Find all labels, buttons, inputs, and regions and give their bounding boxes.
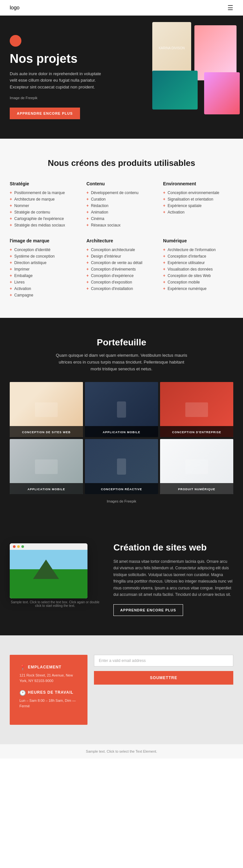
portfolio-icon-2 xyxy=(185,402,208,417)
logo: logo xyxy=(10,5,20,11)
list-item: Cinéma xyxy=(87,215,157,222)
list-item: Design d'intérieur xyxy=(87,253,157,259)
hero-description: Duis aute irure dolor in reprehenderit i… xyxy=(10,71,107,91)
list-item: Stratégie de contenu xyxy=(10,209,80,215)
service-col-4: ArchitectureConception architecturaleDes… xyxy=(87,238,157,299)
service-heading-2: Environnement xyxy=(163,181,233,186)
contact-form: SOUMETTRE xyxy=(94,655,233,685)
portfolio-label: APPLICATION MOBILE xyxy=(103,431,140,434)
service-list-1: Développement de contenuCurationRédactio… xyxy=(87,190,157,228)
service-list-3: Conception d'identitéSystème de concepti… xyxy=(10,247,80,299)
services-section: Nous créons des produits utilisables Str… xyxy=(0,139,243,318)
portfolio-icon-1 xyxy=(117,401,126,417)
list-item: Animation xyxy=(87,209,157,215)
hero-title: Nos projets xyxy=(10,52,133,66)
portfolio-label: CONCEPTION RÉACTIVE xyxy=(101,488,142,491)
portfolio-section: Portefeuille Quam quisque id diam vel qu… xyxy=(0,318,243,523)
portfolio-overlay-2: CONCEPTION D'ENTREPRISE xyxy=(160,426,233,437)
list-item: Architecture de marque xyxy=(10,196,80,203)
list-item: Réseaux sociaux xyxy=(87,222,157,228)
hamburger-icon[interactable]: ☰ xyxy=(227,4,233,12)
mockup-content: Création de sites web Sit amet massa vit… xyxy=(113,542,233,616)
list-item: Expérience numérique xyxy=(163,285,233,292)
service-list-4: Conception architecturaleDesign d'intéri… xyxy=(87,247,157,292)
service-heading-1: Contenu xyxy=(87,181,157,186)
portfolio-label: APPLICATION MOBILE xyxy=(28,488,65,491)
service-col-0: StratégiePositionnement de la marqueArch… xyxy=(10,181,80,228)
service-list-2: Conception environnementaleSignalisation… xyxy=(163,190,233,215)
portfolio-item-1[interactable]: APPLICATION MOBILE xyxy=(85,382,158,437)
list-item: Cartographie de l'expérience xyxy=(10,215,80,222)
mockup-visual: Sample text. Click to select the text bo… xyxy=(10,544,100,615)
service-heading-0: Stratégie xyxy=(10,181,80,186)
portfolio-icon-3 xyxy=(35,459,58,474)
list-item: Activation xyxy=(10,285,80,292)
mockup-learn-more-button[interactable]: APPRENDRE ENCORE PLUS xyxy=(113,604,183,616)
contact-info: 📍 EMPLACEMENT 121 Rock Street, 21 Avenue… xyxy=(10,655,88,725)
mockup-sample-text: Sample text. Click to select the text bo… xyxy=(10,600,100,608)
list-item: Conception environnementale xyxy=(163,190,233,196)
contact-hours-value: Lun – Sam 8:00 – 18h Sam, Dim — Fermé xyxy=(20,698,78,709)
portfolio-item-4[interactable]: CONCEPTION RÉACTIVE xyxy=(85,439,158,494)
list-item: Conception d'exposition xyxy=(87,279,157,285)
hero-card-1: KARINA DIVISON xyxy=(152,22,191,74)
browser-bar xyxy=(10,544,88,550)
mockup-title: Création de sites web xyxy=(113,542,233,553)
hero-learn-more-button[interactable]: APPRENDRE ENCORE PLUS xyxy=(10,107,80,119)
list-item: Architecture de l'information xyxy=(163,247,233,253)
service-heading-5: Numérique xyxy=(163,238,233,243)
hero-card-4 xyxy=(204,72,240,114)
portfolio-label: CONCEPTION D'ENTREPRISE xyxy=(172,431,221,434)
mockup-description: Sit amet massa vitae tortor condimentum … xyxy=(113,558,233,598)
portfolio-credit: Images de Freepik xyxy=(10,499,233,503)
mockup-section: Sample text. Click to select the text bo… xyxy=(0,523,243,636)
list-item: Conception d'identité xyxy=(10,247,80,253)
portfolio-item-5[interactable]: PRODUIT NUMÉRIQUE xyxy=(160,439,233,494)
browser-dot-yellow xyxy=(17,545,20,548)
list-item: Expérience utilisateur xyxy=(163,259,233,266)
portfolio-description: Quam quisque id diam vel quam elementum.… xyxy=(54,352,189,372)
footer-text: Sample text. Click to select the Text El… xyxy=(86,749,157,753)
portfolio-item-2[interactable]: CONCEPTION D'ENTREPRISE xyxy=(160,382,233,437)
footer: Sample text. Click to select the Text El… xyxy=(0,744,243,758)
service-heading-3: l'image de marque xyxy=(10,238,80,243)
portfolio-icon-4 xyxy=(117,459,126,475)
portfolio-overlay-0: CONCEPTION DE SITES WEB xyxy=(10,426,83,437)
browser-content xyxy=(10,550,88,598)
service-col-3: l'image de marqueConception d'identitéSy… xyxy=(10,238,80,299)
portfolio-overlay-5: PRODUIT NUMÉRIQUE xyxy=(160,483,233,494)
list-item: Rédaction xyxy=(87,203,157,209)
portfolio-overlay-1: APPLICATION MOBILE xyxy=(85,426,158,437)
list-item: Curation xyxy=(87,196,157,203)
service-col-2: EnvironnementConception environnementale… xyxy=(163,181,233,228)
portfolio-item-0[interactable]: CONCEPTION DE SITES WEB xyxy=(10,382,83,437)
list-item: Conception d'interface xyxy=(163,253,233,259)
portfolio-icon-5 xyxy=(185,459,208,474)
service-col-1: ContenuDéveloppement de contenuCurationR… xyxy=(87,181,157,228)
portfolio-overlay-4: CONCEPTION RÉACTIVE xyxy=(85,483,158,494)
hero-image-credit: Image de Freepik xyxy=(10,96,133,100)
service-list-0: Positionnement de la marqueArchitecture … xyxy=(10,190,80,228)
list-item: Activation xyxy=(163,209,233,215)
browser-dot-green xyxy=(21,545,24,548)
contact-submit-button[interactable]: SOUMETTRE xyxy=(94,671,233,685)
hero-content: Nos projets Duis aute irure dolor in rep… xyxy=(10,35,133,119)
contact-location: 📍 EMPLACEMENT 121 Rock Street, 21 Avenue… xyxy=(20,664,78,683)
contact-email-input[interactable] xyxy=(94,655,233,666)
list-item: Conception de sites Web xyxy=(163,273,233,279)
contact-section: 📍 EMPLACEMENT 121 Rock Street, 21 Avenue… xyxy=(0,636,243,744)
service-list-5: Architecture de l'informationConception … xyxy=(163,247,233,292)
list-item: Système de conception xyxy=(10,253,80,259)
hero-section: Nos projets Duis aute irure dolor in rep… xyxy=(0,16,243,139)
list-item: Campagne xyxy=(10,292,80,299)
list-item: Livres xyxy=(10,279,80,285)
contact-hours: 🕐 HEURES DE TRAVAIL Lun – Sam 8:00 – 18h… xyxy=(20,690,78,709)
portfolio-item-3[interactable]: APPLICATION MOBILE xyxy=(10,439,83,494)
browser-mountain xyxy=(10,550,88,598)
list-item: Conception architecturale xyxy=(87,247,157,253)
services-title: Nous créons des produits utilisables xyxy=(10,158,233,168)
hero-accent-circle xyxy=(10,35,21,46)
list-item: Nommer xyxy=(10,203,80,209)
list-item: Positionnement de la marque xyxy=(10,190,80,196)
portfolio-title: Portefeuille xyxy=(10,337,233,348)
